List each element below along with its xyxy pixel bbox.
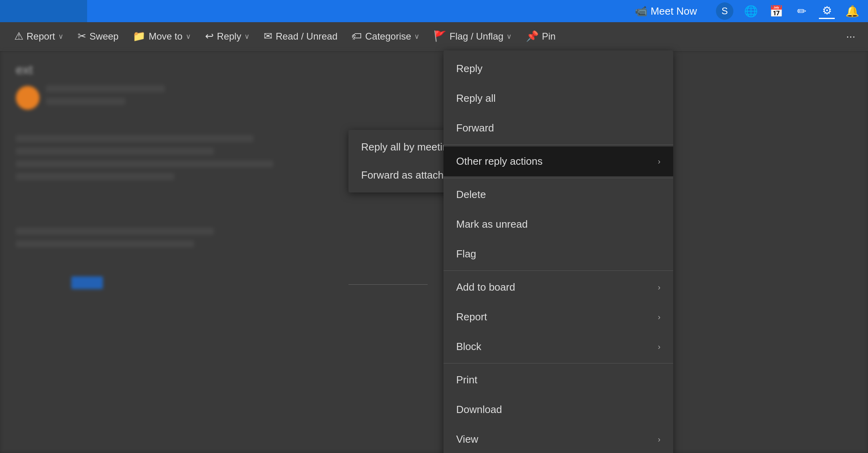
reply-icon: ↩ [205, 30, 214, 42]
email-action-button[interactable] [71, 276, 103, 289]
report-button[interactable]: ⚠ Report ∨ [8, 26, 70, 47]
block-chevron-icon: › [658, 342, 661, 351]
main-content: ext 12:02 ··· Rep [0, 51, 868, 453]
menu-flag-label: Flag [456, 248, 476, 260]
menu-delete-item[interactable]: Delete [444, 180, 673, 209]
main-context-menu: Reply Reply all Forward Other reply acti… [444, 51, 673, 453]
menu-other-reply-label: Other reply actions [456, 155, 542, 167]
menu-mark-unread-label: Mark as unread [456, 218, 528, 230]
add-to-board-chevron-icon: › [658, 283, 661, 292]
read-unread-label: Read / Unread [276, 31, 337, 42]
menu-forward-label: Forward [456, 122, 494, 134]
settings-icon[interactable]: ⚙ [819, 3, 835, 19]
pin-label: Pin [542, 31, 556, 42]
menu-report-label: Report [456, 311, 487, 323]
flag-unflag-button[interactable]: 🚩 Flag / Unflag ∨ [427, 26, 518, 47]
menu-reply-item[interactable]: Reply [444, 54, 673, 84]
menu-block-item[interactable]: Block › [444, 332, 673, 362]
move-to-label: Move to [148, 31, 182, 42]
menu-report-item[interactable]: Report › [444, 302, 673, 332]
notification-icon[interactable]: 🔔 [844, 3, 860, 19]
move-to-chevron-icon: ∨ [186, 32, 191, 41]
menu-divider-2 [444, 178, 673, 178]
menu-view-label: View [456, 433, 478, 445]
menu-download-item[interactable]: Download [444, 395, 673, 424]
avatar [16, 86, 40, 110]
menu-add-to-board-item[interactable]: Add to board › [444, 272, 673, 302]
categorise-chevron-icon: ∨ [414, 32, 419, 41]
sweep-icon: ✂ [78, 30, 86, 42]
reply-all-meeting-label: Reply all by meeting [361, 141, 454, 153]
menu-divider-4 [444, 363, 673, 364]
globe-icon[interactable]: 🌐 [743, 3, 759, 19]
menu-print-item[interactable]: Print [444, 365, 673, 395]
menu-print-label: Print [456, 374, 477, 386]
email-body-area: ext [0, 51, 868, 453]
menu-divider-1 [444, 145, 673, 145]
menu-view-item[interactable]: View › [444, 424, 673, 453]
skype-icon[interactable]: S [716, 2, 733, 20]
command-bar: ⚠ Report ∨ ✂ Sweep 📁 Move to ∨ ↩ Reply ∨… [0, 22, 868, 51]
meet-now-label: Meet Now [651, 5, 697, 17]
report-label: Report [27, 31, 55, 42]
pin-icon: 📌 [526, 30, 539, 42]
report-chevron-icon: › [658, 312, 661, 322]
sweep-label: Sweep [89, 31, 118, 42]
menu-delete-label: Delete [456, 188, 486, 201]
more-actions-button[interactable]: ··· [841, 27, 860, 46]
menu-add-to-board-label: Add to board [456, 281, 515, 293]
menu-mark-unread-item[interactable]: Mark as unread [444, 209, 673, 239]
categorise-label: Categorise [365, 31, 411, 42]
reply-label: Reply [217, 31, 241, 42]
calendar-icon[interactable]: 📅 [768, 3, 784, 19]
menu-reply-label: Reply [456, 63, 482, 75]
video-camera-icon: 📹 [635, 5, 647, 17]
other-reply-chevron-icon: › [658, 157, 661, 166]
flag-icon: 🚩 [434, 30, 446, 42]
move-to-button[interactable]: 📁 Move to ∨ [126, 26, 197, 47]
email-separator [348, 284, 428, 285]
menu-reply-all-label: Reply all [456, 92, 496, 105]
menu-flag-item[interactable]: Flag [444, 239, 673, 269]
reply-chevron-icon: ∨ [244, 32, 249, 41]
sweep-button[interactable]: ✂ Sweep [71, 26, 125, 47]
report-chevron-icon: ∨ [58, 32, 63, 41]
compose-icon[interactable]: ✏ [794, 3, 809, 19]
email-sender-row [16, 85, 852, 110]
app-logo [0, 0, 87, 22]
menu-divider-3 [444, 270, 673, 271]
sender-details [46, 85, 165, 110]
top-bar-icons: S 🌐 📅 ✏ ⚙ 🔔 [716, 2, 860, 20]
read-unread-icon: ✉ [264, 30, 272, 42]
flag-chevron-icon: ∨ [506, 32, 512, 41]
categorise-icon: 🏷 [352, 30, 362, 42]
pin-button[interactable]: 📌 Pin [520, 26, 562, 47]
top-bar: 📹 Meet Now S 🌐 📅 ✏ ⚙ 🔔 [0, 0, 868, 22]
menu-reply-all-item[interactable]: Reply all [444, 84, 673, 113]
menu-block-label: Block [456, 341, 482, 353]
menu-download-label: Download [456, 404, 502, 416]
flag-unflag-label: Flag / Unflag [449, 31, 503, 42]
meet-now-button[interactable]: 📹 Meet Now [630, 3, 702, 20]
reply-button[interactable]: ↩ Reply ∨ [199, 26, 256, 47]
report-icon: ⚠ [14, 30, 23, 42]
move-to-icon: 📁 [133, 30, 145, 42]
read-unread-button[interactable]: ✉ Read / Unread [257, 26, 344, 47]
menu-other-reply-actions-item[interactable]: Other reply actions › [444, 147, 673, 176]
view-chevron-icon: › [658, 435, 661, 444]
menu-forward-item[interactable]: Forward [444, 113, 673, 143]
email-subject: ext [16, 63, 852, 77]
categorise-button[interactable]: 🏷 Categorise ∨ [345, 26, 426, 47]
